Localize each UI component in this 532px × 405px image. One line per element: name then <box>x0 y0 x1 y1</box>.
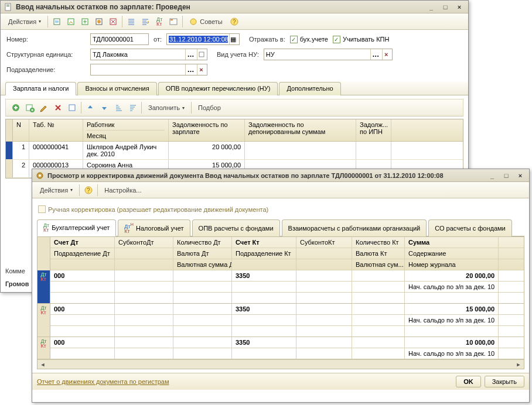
col-debt-ipn[interactable]: Задолж... по ИПН <box>356 119 391 141</box>
toolbar-icon-3[interactable] <box>79 15 91 28</box>
col-debt-salary[interactable]: Задолженность по зарплате <box>169 119 245 141</box>
col-n[interactable]: N <box>13 119 29 141</box>
grid-add-icon[interactable] <box>9 101 22 114</box>
actions-menu[interactable]: Действия ▾ <box>4 15 45 28</box>
window1-titlebar: Ввод начальных остатков по зарплате: Про… <box>1 1 468 13</box>
dropdown-icon[interactable] <box>197 49 205 60</box>
col-debt-depo[interactable]: Задолженность по депонированным суммам <box>245 119 356 141</box>
report-link[interactable]: Отчет о движениях документа по регистрам <box>37 378 169 385</box>
grid-down-icon[interactable] <box>98 101 111 114</box>
grid-fill-label: Заполнить <box>148 104 180 111</box>
col-sum[interactable]: Сумма <box>405 237 499 248</box>
toolbar-dtkt-icon[interactable]: ДтКт <box>153 15 166 28</box>
w2-minimize-button[interactable]: _ <box>487 171 497 180</box>
close-button-footer[interactable]: Закрыть <box>485 376 524 387</box>
col-worker[interactable]: Работник Месяц <box>83 119 169 141</box>
cell-tab: 0000000041 <box>29 142 83 159</box>
col-qty-kt[interactable]: Количество Кт <box>352 237 405 248</box>
doc-icon <box>4 3 12 11</box>
date-dropdown-icon[interactable]: ▦ <box>229 34 237 44</box>
grid-addrow-icon[interactable] <box>23 101 36 114</box>
toolbar-icon-list1[interactable] <box>125 15 138 28</box>
tab-contrib[interactable]: Взносы и отчисления <box>77 82 156 95</box>
col-val-kt[interactable]: Валюта Кт <box>352 248 405 259</box>
ellipsis-icon-3[interactable]: … <box>185 64 196 75</box>
minimize-button[interactable]: _ <box>426 2 436 12</box>
number-input[interactable]: ТДЛ00000001 <box>90 33 149 45</box>
grid-delete-icon[interactable] <box>52 101 64 114</box>
w2-hscrollbar[interactable]: ◄ ► <box>37 359 524 369</box>
grid-edit-icon[interactable] <box>37 101 50 114</box>
cell-n: 1 <box>13 142 29 159</box>
toolbar-icon-2[interactable] <box>64 15 77 28</box>
toolbar-icon-4[interactable] <box>93 15 105 28</box>
col-podr-dt[interactable]: Подразделение Дт <box>50 248 115 259</box>
col-tab[interactable]: Таб. № <box>29 119 83 141</box>
kpn-checkbox[interactable]: ✓Учитывать КПН <box>333 36 390 43</box>
col-podr-kt[interactable]: Подразделение Кт <box>232 248 296 259</box>
ok-button[interactable]: OK <box>456 376 481 387</box>
w2-tab-calc[interactable]: Взаиморасчеты с работниками организаций <box>282 219 427 236</box>
scroll-right-icon[interactable]: ► <box>514 361 523 368</box>
grid-row[interactable]: 1 0000000041 Шкляров Андрей Лукич дек. 2… <box>6 142 463 160</box>
scroll-left-icon[interactable]: ◄ <box>39 361 47 368</box>
grid-sortdesc-icon[interactable] <box>126 101 139 114</box>
tab-salary[interactable]: Зарплата и налоги <box>5 82 76 95</box>
w2-maximize-button[interactable]: □ <box>501 171 511 180</box>
grid-refresh-icon[interactable] <box>66 101 79 114</box>
close-button[interactable]: × <box>454 2 465 12</box>
col-content[interactable]: Содержание <box>405 248 499 259</box>
col-schet-dt[interactable]: Счет Дт <box>50 237 115 248</box>
w2-tab-nu[interactable]: ДтНКтНалоговый учет <box>118 219 190 236</box>
ellipsis-icon-2[interactable]: … <box>370 49 381 60</box>
number-value: ТДЛ00000001 <box>93 36 146 43</box>
gromov-label: Громов <box>5 280 29 287</box>
col-qty-dt[interactable]: Количество Дт <box>173 237 232 248</box>
date-input[interactable]: 31.12.2010 12:00:08 ▦ <box>166 33 240 45</box>
w2-grid-row[interactable]: ДтКт 000 3350 10 000,00 <box>37 337 524 359</box>
col-valsum-kt[interactable]: Валютная сум... <box>352 259 405 270</box>
clear-icon[interactable]: × <box>382 49 390 60</box>
w2-grid-row[interactable]: ДтКт 000 3350 15 000,00 <box>37 304 524 337</box>
subdiv-input[interactable]: … × <box>90 64 207 75</box>
toolbar-icon-5[interactable] <box>107 15 120 28</box>
manual-edit-checkbox[interactable]: Ручная корректировка (разрешает редактир… <box>38 205 268 213</box>
grid-fill-button[interactable]: Заполнить ▾ <box>144 101 189 114</box>
nu-type-input[interactable]: НУ … × <box>264 49 393 60</box>
bu-checkbox[interactable]: ✓бух.учете <box>290 36 328 43</box>
tips-button[interactable]: Советы <box>185 15 226 28</box>
w2-settings-button[interactable]: Настройка... <box>100 184 145 197</box>
w2-tab-bu[interactable]: ДтКтБухгалтерский учет <box>37 219 116 236</box>
w2-tab-opv[interactable]: ОПВ расчеты с фондами <box>192 219 280 236</box>
window2-title: Просмотр и корректировка движений докуме… <box>47 172 483 179</box>
toolbar-icon-form[interactable] <box>167 15 180 28</box>
toolbar-icon-list2[interactable] <box>139 15 152 28</box>
w2-actions-menu[interactable]: Действия ▾ <box>36 184 77 197</box>
w2-tab-so[interactable]: СО расчеты с фондами <box>428 219 511 236</box>
w2-help-button[interactable]: ? <box>82 184 95 197</box>
w2-grid-row[interactable]: ДтКт 000 3350 20 000,00 <box>37 270 524 304</box>
col-subk-dt[interactable]: СубконтоДт <box>115 237 173 248</box>
svg-rect-14 <box>199 52 204 57</box>
grid-sortasc-icon[interactable] <box>112 101 125 114</box>
toolbar-icon-1[interactable] <box>50 15 63 28</box>
col-journal[interactable]: Номер журнала <box>405 259 499 270</box>
cell-sum: 15 000,00 <box>405 304 499 314</box>
col-schet-kt[interactable]: Счет Кт <box>232 237 296 248</box>
grid-up-icon[interactable] <box>84 101 97 114</box>
window1-toolbar: Действия ▾ ДтКт Советы ? <box>1 13 468 30</box>
tab-opv[interactable]: ОПВ подлежит перечислению (НУ) <box>158 82 278 95</box>
col-subk-kt[interactable]: СубконтоКт <box>296 237 352 248</box>
structural-input[interactable]: ТД Лакомка … <box>90 49 207 60</box>
maximize-button[interactable]: □ <box>440 2 451 12</box>
w2-tab-calc-label: Взаиморасчеты с работниками организаций <box>288 225 421 232</box>
tab-additional[interactable]: Дополнительно <box>279 82 340 95</box>
help-button[interactable]: ? <box>228 15 241 28</box>
ellipsis-icon[interactable]: … <box>185 49 196 60</box>
col-valsum-dt[interactable]: Валютная сумма Дт <box>173 259 232 270</box>
w2-tab-bu-label: Бухгалтерский учет <box>52 224 110 231</box>
grid-select-button[interactable]: Подбор <box>194 101 225 114</box>
w2-close-button[interactable]: × <box>515 171 526 180</box>
clear-icon-2[interactable]: × <box>197 64 205 75</box>
col-val-dt[interactable]: Валюта Дт <box>173 248 232 259</box>
